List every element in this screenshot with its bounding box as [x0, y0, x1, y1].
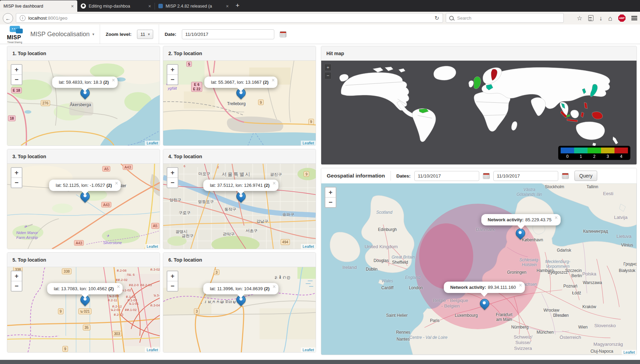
popup-close-icon[interactable]: ×	[272, 78, 275, 83]
zoom-level-select[interactable]: 11 ▾	[137, 30, 153, 39]
zoom-out-button[interactable]: −	[11, 75, 22, 84]
leaflet-map-6[interactable]: 33ភ្នំពេញស្រុកកណ្ដាលស្ទឹង + − × lat: 11.…	[163, 267, 316, 352]
downloads-icon[interactable]: ↓	[599, 15, 602, 21]
network-activity-popup: × Network activity:89.34.111.160	[444, 282, 525, 293]
tab-close-icon[interactable]: ×	[148, 4, 151, 9]
tab-editing-misp-dashboard[interactable]: Editing misp-dashboa ×	[77, 0, 155, 12]
popup-close-icon[interactable]: ×	[519, 283, 522, 288]
zoom-in-button[interactable]: +	[11, 271, 22, 281]
zoom-in-button[interactable]: +	[11, 65, 22, 75]
popup-close-icon[interactable]: ×	[273, 284, 276, 290]
tab-misp-release[interactable]: MISP 2.4.82 released (a ×	[155, 0, 232, 12]
leaflet-map-5[interactable]: 3383389935303น 021ต.2-08กม. 6ตต.2-02ตอ.2…	[7, 267, 160, 352]
new-tab-button[interactable]: +	[232, 2, 244, 12]
zoom-control[interactable]: + −	[167, 167, 178, 188]
leaflet-attribution[interactable]: Leaflet	[145, 141, 160, 145]
zoom-control[interactable]: + −	[167, 64, 178, 85]
map-label: ต.1-03	[128, 299, 137, 302]
calendar-icon[interactable]	[280, 31, 286, 37]
map-label: ต.1-02	[126, 295, 136, 299]
zoom-in-button[interactable]: +	[11, 168, 22, 178]
network-activity-marker[interactable]	[516, 229, 525, 242]
tab-close-icon[interactable]: ×	[71, 4, 74, 9]
zoom-control[interactable]: + −	[167, 271, 178, 292]
date-input[interactable]	[182, 29, 274, 39]
tab-title: MISP live dashboard	[3, 4, 68, 9]
popup-close-icon[interactable]: ×	[112, 78, 115, 83]
zoom-in-button[interactable]: +	[167, 168, 178, 178]
zoom-out-button[interactable]: −	[11, 281, 22, 291]
leaflet-map-4[interactable]: 마포구서울특별시광진구양천구영등포구동작구구로구광명시금천구관악구서초구강남구송…	[163, 164, 316, 249]
leaflet-map-2[interactable]: E 6 E 22599Trelleborgerslätts ygfält✈ + …	[163, 61, 316, 145]
app-title-dropdown[interactable]: MISP Geolocalisation ▾	[30, 31, 94, 38]
zoom-out-button[interactable]: −	[167, 75, 178, 84]
zoom-out-button[interactable]: −	[167, 178, 178, 188]
map-label: Dublin	[366, 266, 377, 271]
leaflet-attribution[interactable]: Leaflet	[301, 347, 316, 352]
map-label: Гродно	[623, 261, 637, 266]
bookmark-star-icon[interactable]: ☆	[577, 15, 582, 21]
legend-swatch	[614, 148, 628, 153]
map-label: น 021	[79, 309, 92, 314]
map-label: United Kingdom	[365, 244, 398, 250]
zoom-control[interactable]: + −	[325, 187, 336, 208]
leaflet-attribution[interactable]: Leaflet	[301, 244, 316, 249]
calendar-icon[interactable]	[562, 173, 569, 179]
network-activity-marker[interactable]	[480, 299, 489, 312]
tab-misp-live-dashboard[interactable]: MISP live dashboard ×	[0, 0, 77, 12]
tab-close-icon[interactable]: ×	[226, 4, 229, 9]
info-icon[interactable]: i	[20, 15, 26, 21]
calendar-icon[interactable]	[483, 173, 490, 179]
zoom-in-button[interactable]: +	[167, 271, 178, 281]
map-label: Trelleborg	[227, 101, 246, 106]
map-labels: 마포구서울특별시광진구양천구영등포구동작구구로구광명시금천구관악구서초구강남구송…	[163, 164, 316, 249]
adblock-icon[interactable]: ABP	[618, 14, 626, 22]
zoom-out-button[interactable]: −	[11, 178, 22, 188]
search-bar[interactable]	[446, 13, 564, 23]
reload-icon[interactable]: ↻	[435, 15, 439, 21]
zoom-out-button[interactable]: −	[167, 281, 178, 291]
geospatial-header: Geospatial information Dates: Query	[321, 168, 637, 183]
popup-close-icon[interactable]: ×	[117, 284, 120, 290]
popup-close-icon[interactable]: ×	[273, 181, 276, 186]
zoom-control[interactable]: + −	[11, 271, 22, 292]
map-label: 광명시	[176, 230, 188, 234]
date-from-input[interactable]	[414, 171, 479, 181]
zoom-out-button[interactable]: −	[325, 198, 336, 207]
popup-close-icon[interactable]: ×	[115, 181, 118, 186]
home-icon[interactable]: ⌂	[608, 15, 612, 22]
favicon	[158, 4, 163, 8]
tab-title: Editing misp-dashboa	[89, 4, 146, 9]
leaflet-attribution[interactable]: Leaflet	[301, 141, 316, 145]
zoom-control[interactable]: + −	[11, 167, 22, 188]
zoom-control[interactable]: + −	[324, 64, 332, 80]
top-location-panel-5: 5. Top location 3383389935303น 021ต.2-08…	[7, 252, 160, 353]
leaflet-map-1[interactable]: E 1827618Åkersberga + − × lat: 59.4833, …	[7, 61, 160, 145]
search-input[interactable]	[456, 15, 560, 21]
leaflet-map-3[interactable]: A5A43A43A5A43esterNiden Manor Farm Airst…	[7, 164, 160, 249]
library-icon[interactable]	[588, 15, 593, 21]
leaflet-attribution[interactable]: Leaflet	[145, 244, 160, 249]
zoom-control[interactable]: + −	[11, 64, 22, 85]
hit-map[interactable]: + − 0 1 2	[321, 61, 637, 164]
zoom-out-button[interactable]: −	[324, 72, 332, 79]
panel-title: 3. Top location	[7, 149, 160, 164]
menu-icon[interactable]	[631, 16, 637, 20]
leaflet-attribution[interactable]: Leaflet	[145, 347, 160, 352]
map-label: ตอ.2-0	[129, 283, 139, 287]
map-label: Latvija	[614, 215, 628, 220]
zoom-level-label: Zoom level:	[106, 32, 131, 37]
map-label: Slovensko	[594, 323, 616, 328]
zoom-in-button[interactable]: +	[325, 188, 336, 198]
zoom-in-button[interactable]: +	[324, 64, 332, 71]
url-path: :8001/geo	[47, 16, 67, 21]
map-label: Åkersberga	[70, 102, 91, 107]
back-button[interactable]: ←	[3, 13, 13, 23]
zoom-in-button[interactable]: +	[167, 65, 178, 75]
query-button[interactable]: Query	[574, 171, 597, 181]
url-bar[interactable]: i localhost:8001/geo ↻	[16, 13, 443, 23]
geospatial-map[interactable]: StockholmTallinnEestiVästra Götalands lä…	[321, 183, 637, 355]
date-to-input[interactable]	[493, 171, 558, 181]
popup-close-icon[interactable]: ×	[554, 215, 558, 221]
leaflet-attribution[interactable]: Leaflet	[622, 350, 637, 355]
